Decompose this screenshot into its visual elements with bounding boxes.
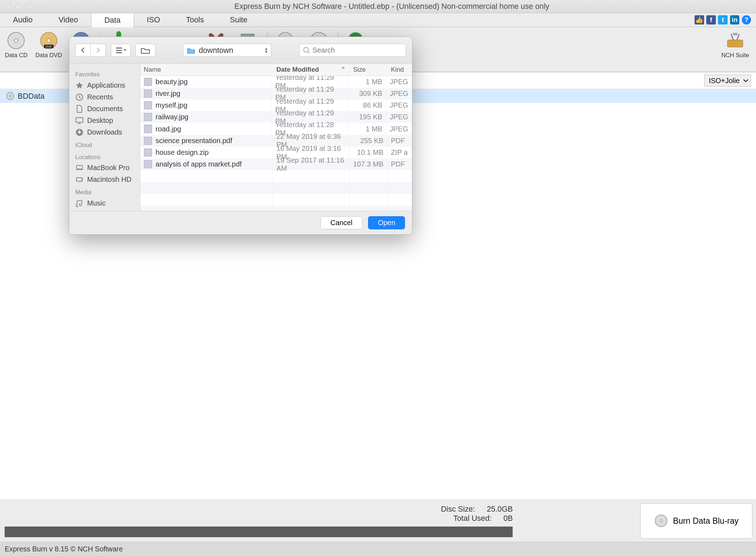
sidebar-item-label: Applications xyxy=(87,81,125,89)
updown-icon: ▴▾ xyxy=(265,47,268,53)
file-name: river.jpg xyxy=(156,89,180,98)
file-row-empty xyxy=(140,206,412,211)
file-kind: ZIP a xyxy=(387,147,412,158)
iso-format-select[interactable]: ISO+Joliet xyxy=(704,75,751,86)
file-size: 1 MB xyxy=(349,123,386,135)
file-icon xyxy=(144,78,152,86)
window-controls xyxy=(5,3,32,10)
svg-point-25 xyxy=(304,47,308,52)
file-icon xyxy=(144,137,152,145)
like-icon[interactable]: 👍 xyxy=(695,15,704,25)
help-icon[interactable]: ? xyxy=(742,15,751,25)
col-name-header[interactable]: Name xyxy=(140,64,273,75)
sidebar-item-label: Music xyxy=(87,199,106,207)
folder-name: downtown xyxy=(199,46,233,55)
search-icon xyxy=(303,47,310,54)
file-row[interactable]: analysis of apps market.pdf19 Sep 2017 a… xyxy=(140,158,412,170)
close-window-button[interactable] xyxy=(5,3,11,10)
col-kind-header[interactable]: Kind xyxy=(387,64,412,75)
titlebar: Express Burn by NCH Software - Untitled.… xyxy=(0,0,756,13)
linkedin-icon[interactable]: in xyxy=(730,15,740,25)
sidebar-item[interactable]: Recents xyxy=(69,91,140,103)
tool-label: NCH Suite xyxy=(721,52,749,59)
file-name: analysis of apps market.pdf xyxy=(156,160,242,168)
file-name: railway.jpg xyxy=(156,113,189,121)
tool-data-dvd[interactable]: DVD Data DVD xyxy=(32,27,65,71)
group-button[interactable] xyxy=(135,44,155,57)
tab-audio[interactable]: Audio xyxy=(0,13,45,27)
file-icon xyxy=(144,125,152,133)
file-date: 19 Sep 2017 at 11:16 AM xyxy=(273,158,350,170)
svg-rect-29 xyxy=(76,165,82,169)
sidebar-item[interactable]: MacBook Pro xyxy=(69,162,140,174)
file-list-header: Name Date Modified⌃ Size Kind xyxy=(140,64,412,76)
dialog-sidebar: FavoritesApplicationsRecentsDocumentsDes… xyxy=(69,64,140,211)
svg-point-24 xyxy=(660,520,663,522)
view-mode-button[interactable] xyxy=(111,44,131,57)
tab-data[interactable]: Data xyxy=(91,13,134,27)
folder-path-popup[interactable]: downtown ▴▾ xyxy=(183,44,271,57)
dialog-toolbar: downtown ▴▾ xyxy=(69,37,412,64)
facebook-icon[interactable]: f xyxy=(706,15,716,25)
svg-rect-27 xyxy=(76,118,83,122)
svg-point-22 xyxy=(9,95,11,97)
sidebar-item[interactable]: Music xyxy=(69,197,140,209)
tool-data-cd[interactable]: Data CD xyxy=(0,27,32,71)
sidebar-section-header: iCloud xyxy=(69,138,140,150)
sidebar-item-label: MacBook Pro xyxy=(87,164,130,172)
disc-icon xyxy=(654,514,668,528)
file-name: science presentation.pdf xyxy=(156,137,232,145)
tree-root-label: BDData xyxy=(18,92,45,101)
toolbox-icon xyxy=(725,31,745,50)
back-button[interactable] xyxy=(75,44,91,57)
twitter-icon[interactable]: t xyxy=(718,15,728,25)
svg-point-3 xyxy=(47,39,50,43)
sidebar-item-label: Downloads xyxy=(87,128,122,136)
file-icon xyxy=(144,160,152,168)
col-size-header[interactable]: Size xyxy=(350,64,387,75)
total-used-value: 0B xyxy=(503,514,513,523)
zoom-window-button[interactable] xyxy=(26,3,32,10)
cd-icon xyxy=(6,31,26,50)
disc-size-label: Disc Size: xyxy=(441,505,475,514)
minimize-window-button[interactable] xyxy=(15,3,22,10)
file-row-empty xyxy=(140,194,412,206)
burn-button[interactable]: Burn Data Blu-ray xyxy=(640,503,752,539)
forward-button[interactable] xyxy=(91,44,106,57)
open-button[interactable]: Open xyxy=(368,216,405,229)
tool-label: Data DVD xyxy=(36,52,62,59)
col-date-header[interactable]: Date Modified⌃ xyxy=(273,64,350,75)
sidebar-item[interactable]: Applications xyxy=(69,80,140,91)
tool-nch-suite[interactable]: NCH Suite xyxy=(714,27,756,71)
file-name: myself.jpg xyxy=(156,101,188,109)
sidebar-section-header: Favorites xyxy=(69,67,140,79)
tab-iso[interactable]: ISO xyxy=(134,13,173,27)
file-icon xyxy=(144,89,152,98)
cancel-button[interactable]: Cancel xyxy=(320,216,362,229)
search-input[interactable] xyxy=(312,46,402,54)
dvd-icon: DVD xyxy=(39,31,59,50)
file-icon xyxy=(144,113,152,121)
file-row-empty xyxy=(140,182,412,194)
file-list: Name Date Modified⌃ Size Kind beauty.jpg… xyxy=(140,64,412,211)
tool-label: Data CD xyxy=(5,52,28,59)
sidebar-item[interactable]: Downloads xyxy=(69,126,140,138)
file-kind: PDF xyxy=(387,158,412,170)
tab-video[interactable]: Video xyxy=(45,13,91,27)
file-name: house design.zip xyxy=(156,148,209,157)
sidebar-item[interactable]: Macintosh HD xyxy=(69,174,140,185)
tab-tools[interactable]: Tools xyxy=(173,13,217,27)
sidebar-item[interactable]: Documents xyxy=(69,103,140,115)
status-area: Disc Size:25.0GB Total Used:0B Burn Data… xyxy=(0,500,756,542)
file-kind: JPEG xyxy=(386,111,412,123)
sidebar-section-header: Locations xyxy=(69,150,140,162)
sidebar-section-header: Media xyxy=(69,185,140,197)
file-size: 195 KB xyxy=(349,111,386,123)
file-size: 255 KB xyxy=(350,135,387,147)
file-kind: PDF xyxy=(387,135,412,147)
sidebar-item[interactable]: Desktop xyxy=(69,115,140,126)
search-field[interactable] xyxy=(299,44,406,57)
sidebar-item-label: Macintosh HD xyxy=(87,175,131,184)
tab-suite[interactable]: Suite xyxy=(217,13,260,27)
social-links: 👍 f t in ? xyxy=(695,13,756,27)
